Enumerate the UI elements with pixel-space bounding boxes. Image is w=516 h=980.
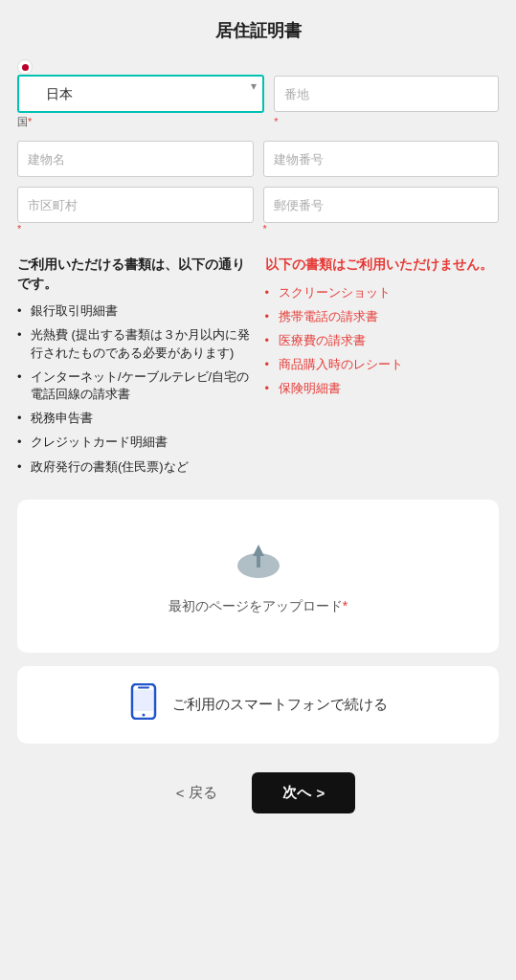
- yubin-field: *: [263, 187, 500, 234]
- list-item: 政府発行の書類(住民票)など: [17, 458, 252, 476]
- yubin-input[interactable]: [263, 187, 500, 223]
- phone-continue-label: ご利用のスマートフォンで続ける: [172, 696, 388, 714]
- svg-rect-7: [134, 690, 153, 711]
- upload-card[interactable]: 最初のページをアップロード*: [17, 500, 499, 653]
- accepted-docs-list: 銀行取引明細書 光熱費 (提出する書類は３か月以内に発行されたものである必要があ…: [17, 302, 252, 476]
- rejected-docs-heading: 以下の書類はご利用いただけません。: [265, 256, 500, 275]
- address-form: 日本 ▾ 国* *: [17, 59, 499, 234]
- country-required-mark: *: [28, 116, 32, 127]
- tatemono-field: [17, 141, 254, 177]
- list-item: 光熱費 (提出する書類は３か月以内に発行されたものである必要があります): [17, 326, 252, 361]
- back-arrow-icon: <: [176, 785, 185, 801]
- svg-point-2: [258, 560, 278, 575]
- yubin-required-mark: *: [263, 223, 500, 234]
- phone-icon: [128, 683, 159, 726]
- form-row-2: [17, 141, 499, 177]
- shiku-required-mark: *: [17, 223, 254, 234]
- list-item: インターネット/ケーブルテレビ/自宅の電話回線の請求書: [17, 368, 252, 403]
- bottom-nav: < 戻る 次へ >: [17, 763, 499, 813]
- accepted-docs-col: ご利用いただける書類は、以下の通りです。 銀行取引明細書 光熱費 (提出する書類…: [17, 256, 252, 482]
- tatemono-number-field: [263, 141, 500, 177]
- form-row-3: * *: [17, 187, 499, 234]
- shiku-field: *: [17, 187, 254, 234]
- next-arrow-icon: >: [317, 785, 325, 801]
- country-select-wrapper[interactable]: 日本 ▾: [17, 59, 264, 113]
- phone-continue-card[interactable]: ご利用のスマートフォンで続ける: [17, 666, 499, 744]
- tatemono-number-input[interactable]: [263, 141, 500, 177]
- japan-flag-icon: [17, 59, 33, 75]
- list-item: 商品購入時のレシート: [265, 356, 500, 373]
- country-field: 日本 ▾ 国*: [17, 59, 264, 129]
- next-button[interactable]: 次へ >: [252, 772, 356, 813]
- svg-point-6: [143, 713, 146, 716]
- list-item: クレジットカード明細書: [17, 434, 252, 451]
- banchi-required-mark: *: [274, 116, 278, 127]
- list-item: 医療費の請求書: [265, 332, 500, 349]
- banchi-input[interactable]: [274, 76, 499, 112]
- tatemono-input[interactable]: [17, 141, 254, 177]
- accepted-docs-heading: ご利用いただける書類は、以下の通りです。: [17, 256, 252, 293]
- country-label: 国*: [17, 115, 264, 129]
- rejected-docs-list: スクリーンショット 携帯電話の請求書 医療費の請求書 商品購入時のレシート 保険…: [265, 284, 500, 398]
- next-label: 次へ: [282, 784, 311, 802]
- svg-point-1: [239, 560, 258, 575]
- list-item: 銀行取引明細書: [17, 302, 252, 320]
- back-button[interactable]: < 戻る: [161, 774, 233, 812]
- rejected-docs-col: 以下の書類はご利用いただけません。 スクリーンショット 携帯電話の請求書 医療費…: [265, 256, 500, 482]
- upload-label: 最初のページをアップロード*: [168, 598, 348, 615]
- list-item: 携帯電話の請求書: [265, 308, 500, 325]
- back-label: 戻る: [189, 784, 217, 802]
- upload-icon: [232, 537, 285, 587]
- page-title: 居住証明書: [17, 19, 499, 42]
- svg-rect-5: [138, 686, 149, 688]
- info-section: ご利用いただける書類は、以下の通りです。 銀行取引明細書 光熱費 (提出する書類…: [17, 256, 499, 482]
- list-item: 税務申告書: [17, 410, 252, 427]
- banchi-field: *: [274, 76, 499, 129]
- upload-required-mark: *: [343, 598, 348, 613]
- list-item: 保険明細書: [265, 380, 500, 397]
- list-item: スクリーンショット: [265, 284, 500, 301]
- shiku-input[interactable]: [17, 187, 254, 223]
- form-row-1: 日本 ▾ 国* *: [17, 59, 499, 129]
- country-select[interactable]: 日本: [17, 75, 264, 113]
